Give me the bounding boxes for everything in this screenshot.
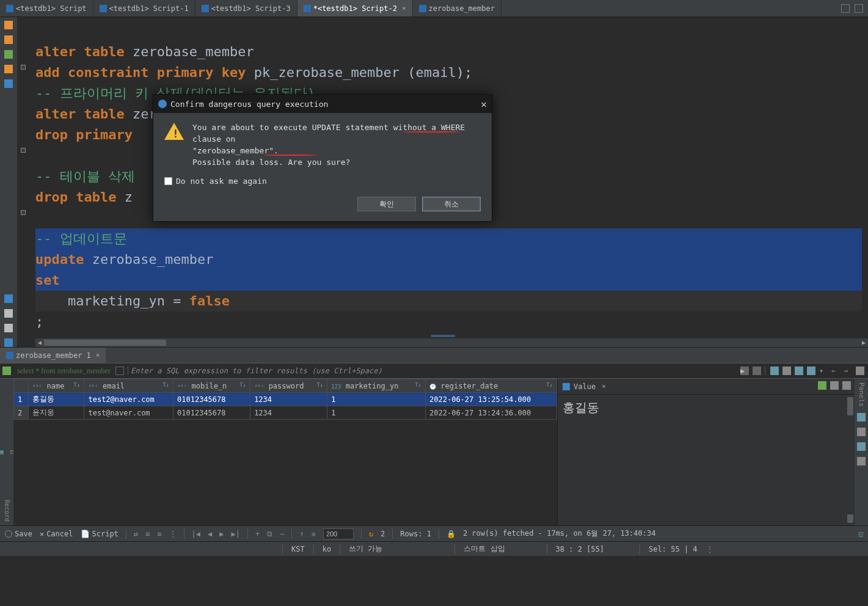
panel-icon-4[interactable] xyxy=(857,457,866,465)
scroll-left-icon[interactable]: ◀ xyxy=(35,338,44,347)
data-grid[interactable]: ᵃᵇᶜ nameT↓ ᵃᵇᶜ emailT↓ ᵃᵇᶜ mobile_nT↓ ᵃᵇ… xyxy=(13,379,557,525)
fold-handle[interactable] xyxy=(21,210,26,215)
table-row[interactable]: 1 홍길동 test2@naver.com 01012345678 1234 1… xyxy=(14,393,557,406)
refresh-icon[interactable] xyxy=(807,367,815,375)
last-page-icon[interactable]: ▶| xyxy=(231,530,239,538)
close-icon[interactable]: ✕ xyxy=(481,98,487,110)
panel-icon-1[interactable] xyxy=(857,413,866,422)
edit-icon-2[interactable]: ≡ xyxy=(145,530,150,538)
next-page-icon[interactable]: ▶ xyxy=(219,530,224,538)
save-button[interactable]: Save xyxy=(5,530,32,538)
dialog-titlebar[interactable]: Confirm dangerous query execution ✕ xyxy=(153,95,492,113)
menu-icon[interactable] xyxy=(856,367,864,375)
first-page-icon[interactable]: |◀ xyxy=(192,530,200,538)
fold-handle[interactable] xyxy=(21,65,26,70)
corner-icon[interactable]: ◱ xyxy=(859,530,863,538)
refresh-icon[interactable]: ↻ xyxy=(369,530,373,538)
expand-icon[interactable] xyxy=(115,367,124,375)
save-value-icon[interactable] xyxy=(818,381,826,390)
do-not-ask-label: Do not ask me again xyxy=(176,177,267,186)
more-icon[interactable]: ⋮ xyxy=(706,545,713,553)
col-register-date[interactable]: 🕐 register_dateT↓ xyxy=(426,379,557,393)
delete-row-icon[interactable]: − xyxy=(280,530,284,538)
tool-icon-2[interactable] xyxy=(4,309,13,318)
results-toolbar: Save ✕Cancel 📄Script ⇄ ≡ ≡ ⋮ |◀ ◀ ▶ ▶| +… xyxy=(0,525,868,541)
add-row-icon[interactable]: + xyxy=(255,530,260,538)
fold-handle[interactable] xyxy=(21,148,26,153)
scroll-down-icon[interactable] xyxy=(847,514,853,523)
commit-icon[interactable] xyxy=(4,79,13,88)
page-size-input[interactable] xyxy=(323,528,354,539)
col-name[interactable]: ᵃᵇᶜ nameT↓ xyxy=(29,379,84,393)
col-mobile[interactable]: ᵃᵇᶜ mobile_nT↓ xyxy=(173,379,250,393)
apply-filter-icon[interactable]: ▶ xyxy=(740,367,749,375)
scrollbar-thumb[interactable] xyxy=(847,397,853,415)
language[interactable]: ko xyxy=(323,545,331,553)
scrollbar-thumb[interactable] xyxy=(44,340,166,346)
filter-input[interactable]: Enter a SQL expression to filter results… xyxy=(128,367,737,375)
edit-icon-3[interactable]: ≡ xyxy=(157,530,161,538)
layout-icon[interactable] xyxy=(795,367,803,375)
timezone[interactable]: KST xyxy=(291,545,305,553)
panels-icon[interactable] xyxy=(770,367,779,375)
col-email[interactable]: ᵃᵇᶜ emailT↓ xyxy=(84,379,173,393)
tool-icon-1[interactable] xyxy=(4,294,13,303)
filter-config-icon[interactable] xyxy=(782,367,791,375)
results-tab[interactable]: zerobase_member 1 × xyxy=(0,348,106,363)
run-selection-icon[interactable] xyxy=(4,35,13,44)
tool-icon-3[interactable] xyxy=(4,324,13,332)
panel-icon-2[interactable] xyxy=(857,428,866,436)
copy-row-icon[interactable]: ⧉ xyxy=(267,530,272,538)
value-panel: Value × 홍길동 xyxy=(557,379,855,525)
panels-label[interactable]: Panels xyxy=(858,382,866,407)
filter-sql-text: select * from zerobase_member xyxy=(13,367,114,376)
cancel-button[interactable]: ✕Cancel xyxy=(40,530,73,538)
edit-icon-4[interactable]: ⋮ xyxy=(169,530,177,538)
dialog-title: Confirm dangerous query execution xyxy=(170,100,328,109)
next-icon[interactable]: → xyxy=(844,367,852,375)
table-row[interactable]: 2 윤지웅 test@naver.com 01012345678 1234 1 … xyxy=(14,406,557,420)
panel-icon-3[interactable] xyxy=(857,442,866,451)
tab-script-0[interactable]: <testdb1> Script xyxy=(0,0,93,16)
maximize-button[interactable] xyxy=(855,4,863,13)
filter-sql-icon[interactable] xyxy=(2,367,11,375)
close-icon[interactable]: × xyxy=(96,351,100,359)
prev-icon[interactable]: ← xyxy=(831,367,840,375)
tab-script-2[interactable]: *<testdb1> Script-2× xyxy=(297,0,413,16)
col-password[interactable]: ᵃᵇᶜ passwordT↓ xyxy=(250,379,327,393)
value-content[interactable]: 홍길동 xyxy=(558,395,855,421)
settings-icon[interactable]: ✲ xyxy=(312,530,316,538)
tool-icon-4[interactable] xyxy=(4,338,13,347)
write-mode[interactable]: 쓰기 가능 xyxy=(349,544,382,554)
scroll-right-icon[interactable]: ▶ xyxy=(859,338,868,347)
clear-filter-icon[interactable] xyxy=(753,367,761,375)
close-icon[interactable]: × xyxy=(602,382,606,390)
cancel-button[interactable]: 취소 xyxy=(422,197,481,211)
table-icon xyxy=(6,352,13,359)
col-marketing[interactable]: 123 marketing_ynT↓ xyxy=(327,379,426,393)
do-not-ask-checkbox[interactable] xyxy=(164,177,172,185)
more-value-icon[interactable] xyxy=(842,381,851,390)
close-icon[interactable]: × xyxy=(402,4,406,12)
editor-tab-bar: <testdb1> Script <testdb1> Script-1 <tes… xyxy=(0,0,868,17)
dropdown-icon[interactable]: ▾ xyxy=(819,367,828,375)
col-rownum[interactable] xyxy=(14,379,29,393)
prev-page-icon[interactable]: ◀ xyxy=(208,530,212,538)
explain-icon[interactable] xyxy=(4,50,13,59)
tab-script-1[interactable]: <testdb1> Script-1 xyxy=(93,0,195,16)
run-icon[interactable] xyxy=(4,21,13,29)
plan-icon[interactable] xyxy=(4,65,13,73)
horizontal-scrollbar[interactable]: ◀ ▶ xyxy=(35,338,868,347)
edit-icon-1[interactable]: ⇄ xyxy=(134,530,138,538)
minimize-button[interactable] xyxy=(841,4,850,13)
edit-value-icon[interactable] xyxy=(830,381,839,390)
script-button[interactable]: 📄Script xyxy=(81,530,119,538)
split-handle[interactable] xyxy=(431,335,455,337)
insert-mode[interactable]: 스마트 삽입 xyxy=(464,544,505,554)
export-icon[interactable]: ↑ xyxy=(299,530,304,538)
tab-zerobase-member[interactable]: zerobase_member xyxy=(413,0,501,16)
right-toolbar: Panels xyxy=(855,379,868,525)
tab-script-3[interactable]: <testdb1> Script-3 xyxy=(195,0,297,16)
ok-button[interactable]: 확인 xyxy=(357,197,416,211)
dialog-message: You are about to execute UPDATE statemen… xyxy=(192,122,481,168)
